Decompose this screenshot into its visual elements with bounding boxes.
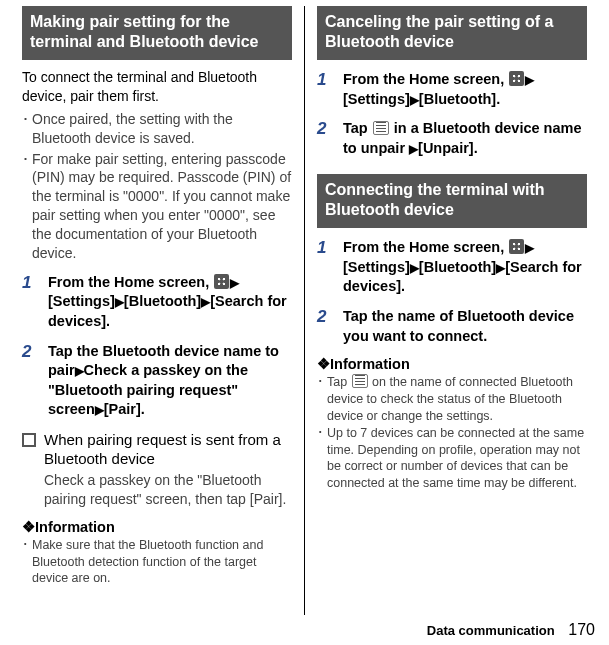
arrow-icon: ▶ (410, 261, 419, 275)
cancel-step-1: 1 From the Home screen, ▶ [Settings]▶[Bl… (317, 70, 587, 109)
settings-sliders-icon (373, 121, 389, 135)
info-text: Up to 7 devices can be connected at the … (327, 425, 587, 493)
arrow-icon: ▶ (525, 73, 534, 87)
bullet-text: For make pair setting, entering passcode… (32, 150, 292, 263)
step-number: 1 (317, 238, 343, 297)
subsection: When pairing request is sent from a Blue… (22, 430, 292, 469)
cancel-header: Canceling the pair setting of a Bluetoot… (317, 6, 587, 60)
arrow-icon: ▶ (410, 93, 419, 107)
bullet-dot-icon: ･ (22, 537, 32, 588)
bullet-dot-icon: ･ (22, 110, 32, 148)
step-number: 2 (22, 342, 48, 420)
connect-step-2: 2 Tap the name of Bluetooth device you w… (317, 307, 587, 346)
step-number: 1 (317, 70, 343, 109)
bullet-text: Once paired, the setting with the Blueto… (32, 110, 292, 148)
step-number: 2 (317, 119, 343, 158)
bullet-dot-icon: ･ (317, 425, 327, 493)
info-bullet: ･ Up to 7 devices can be connected at th… (317, 425, 587, 493)
arrow-icon: ▶ (115, 295, 124, 309)
info-bullet: ･ Make sure that the Bluetooth function … (22, 537, 292, 588)
step-1: 1 From the Home screen, ▶ [Settings]▶[Bl… (22, 273, 292, 332)
information-heading: ❖Information (22, 519, 292, 535)
page: Making pair setting for the terminal and… (0, 0, 609, 615)
bullet-dot-icon: ･ (317, 374, 327, 425)
arrow-icon: ▶ (95, 403, 104, 417)
bullet-item: ･ Once paired, the setting with the Blue… (22, 110, 292, 148)
arrow-icon: ▶ (75, 364, 84, 378)
left-header: Making pair setting for the terminal and… (22, 6, 292, 60)
column-divider (304, 6, 305, 615)
step-number: 2 (317, 307, 343, 346)
step-body: Tap the name of Bluetooth device you wan… (343, 307, 587, 346)
step-body: Tap in a Bluetooth device name to unpair… (343, 119, 587, 158)
connect-header: Connecting the terminal with Bluetooth d… (317, 174, 587, 228)
info-text: Tap on the name of connected Bluetooth d… (327, 374, 587, 425)
step-body: From the Home screen, ▶ [Settings]▶[Blue… (343, 70, 587, 109)
intro-text: To connect the terminal and Bluetooth de… (22, 68, 292, 106)
cancel-step-2: 2 Tap in a Bluetooth device name to unpa… (317, 119, 587, 158)
info-text: Make sure that the Bluetooth function an… (32, 537, 292, 588)
subsection-desc: Check a passkey on the "Bluetooth pairin… (44, 471, 292, 509)
footer-section: Data communication (427, 623, 555, 638)
info-bullet: ･ Tap on the name of connected Bluetooth… (317, 374, 587, 425)
right-column: Canceling the pair setting of a Bluetoot… (309, 6, 595, 615)
connect-step-1: 1 From the Home screen, ▶ [Settings]▶[Bl… (317, 238, 587, 297)
step-body: Tap the Bluetooth device name to pair▶Ch… (48, 342, 292, 420)
home-apps-icon (214, 274, 229, 289)
home-apps-icon (509, 71, 524, 86)
bullet-dot-icon: ･ (22, 150, 32, 263)
step-2: 2 Tap the Bluetooth device name to pair▶… (22, 342, 292, 420)
step-number: 1 (22, 273, 48, 332)
arrow-icon: ▶ (525, 241, 534, 255)
home-apps-icon (509, 239, 524, 254)
page-number: 170 (568, 621, 595, 638)
step-body: From the Home screen, ▶ [Settings]▶[Blue… (343, 238, 587, 297)
arrow-icon: ▶ (496, 261, 505, 275)
square-bullet-icon (22, 433, 36, 447)
bullet-item: ･ For make pair setting, entering passco… (22, 150, 292, 263)
settings-sliders-icon (352, 374, 368, 388)
arrow-icon: ▶ (409, 142, 418, 156)
subsection-title: When pairing request is sent from a Blue… (44, 430, 292, 469)
arrow-icon: ▶ (201, 295, 210, 309)
page-footer: Data communication 170 (427, 621, 595, 639)
arrow-icon: ▶ (230, 276, 239, 290)
information-heading: ❖Information (317, 356, 587, 372)
step-body: From the Home screen, ▶ [Settings]▶[Blue… (48, 273, 292, 332)
left-column: Making pair setting for the terminal and… (14, 6, 300, 615)
